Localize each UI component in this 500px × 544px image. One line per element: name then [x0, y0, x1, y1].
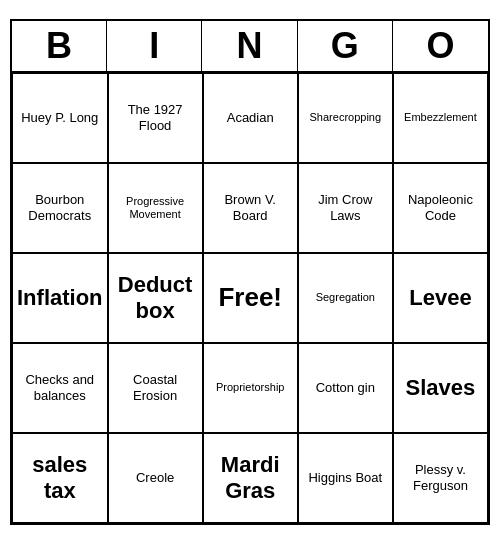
cell-text-2: Acadian — [227, 110, 274, 126]
bingo-cell-15: Checks and balances — [12, 343, 108, 433]
bingo-card: BINGO Huey P. LongThe 1927 FloodAcadianS… — [10, 19, 490, 525]
bingo-cell-12: Free! — [203, 253, 298, 343]
cell-text-5: Bourbon Democrats — [17, 192, 103, 223]
cell-text-23: Higgins Boat — [308, 470, 382, 486]
header-letter-N: N — [202, 21, 297, 71]
bingo-cell-8: Jim Crow Laws — [298, 163, 393, 253]
bingo-cell-3: Sharecropping — [298, 73, 393, 163]
bingo-cell-18: Cotton gin — [298, 343, 393, 433]
bingo-header: BINGO — [12, 21, 488, 73]
cell-text-10: Inflation — [17, 285, 103, 311]
bingo-cell-17: Proprietorship — [203, 343, 298, 433]
bingo-cell-11: Deduct box — [108, 253, 203, 343]
bingo-cell-4: Embezzlement — [393, 73, 488, 163]
bingo-cell-16: Coastal Erosion — [108, 343, 203, 433]
bingo-cell-1: The 1927 Flood — [108, 73, 203, 163]
cell-text-1: The 1927 Flood — [113, 102, 198, 133]
cell-text-7: Brown V. Board — [208, 192, 293, 223]
bingo-cell-7: Brown V. Board — [203, 163, 298, 253]
cell-text-6: Progressive Movement — [113, 195, 198, 221]
cell-text-14: Levee — [409, 285, 471, 311]
cell-text-13: Segregation — [316, 291, 375, 304]
cell-text-12: Free! — [218, 282, 282, 313]
bingo-cell-21: Creole — [108, 433, 203, 523]
bingo-grid: Huey P. LongThe 1927 FloodAcadianSharecr… — [12, 73, 488, 523]
cell-text-20: sales tax — [17, 452, 103, 505]
bingo-cell-24: Plessy v. Ferguson — [393, 433, 488, 523]
bingo-cell-5: Bourbon Democrats — [12, 163, 108, 253]
bingo-cell-22: Mardi Gras — [203, 433, 298, 523]
cell-text-22: Mardi Gras — [208, 452, 293, 505]
cell-text-8: Jim Crow Laws — [303, 192, 388, 223]
bingo-cell-14: Levee — [393, 253, 488, 343]
bingo-cell-13: Segregation — [298, 253, 393, 343]
header-letter-O: O — [393, 21, 488, 71]
bingo-cell-23: Higgins Boat — [298, 433, 393, 523]
header-letter-B: B — [12, 21, 107, 71]
cell-text-21: Creole — [136, 470, 174, 486]
bingo-cell-2: Acadian — [203, 73, 298, 163]
header-letter-I: I — [107, 21, 202, 71]
cell-text-19: Slaves — [406, 375, 476, 401]
cell-text-18: Cotton gin — [316, 380, 375, 396]
bingo-cell-20: sales tax — [12, 433, 108, 523]
cell-text-24: Plessy v. Ferguson — [398, 462, 483, 493]
cell-text-17: Proprietorship — [216, 381, 284, 394]
bingo-cell-0: Huey P. Long — [12, 73, 108, 163]
cell-text-9: Napoleonic Code — [398, 192, 483, 223]
bingo-cell-9: Napoleonic Code — [393, 163, 488, 253]
cell-text-0: Huey P. Long — [21, 110, 98, 126]
bingo-cell-19: Slaves — [393, 343, 488, 433]
cell-text-3: Sharecropping — [310, 111, 382, 124]
bingo-cell-10: Inflation — [12, 253, 108, 343]
bingo-cell-6: Progressive Movement — [108, 163, 203, 253]
cell-text-16: Coastal Erosion — [113, 372, 198, 403]
cell-text-11: Deduct box — [113, 272, 198, 325]
cell-text-4: Embezzlement — [404, 111, 477, 124]
header-letter-G: G — [298, 21, 393, 71]
cell-text-15: Checks and balances — [17, 372, 103, 403]
